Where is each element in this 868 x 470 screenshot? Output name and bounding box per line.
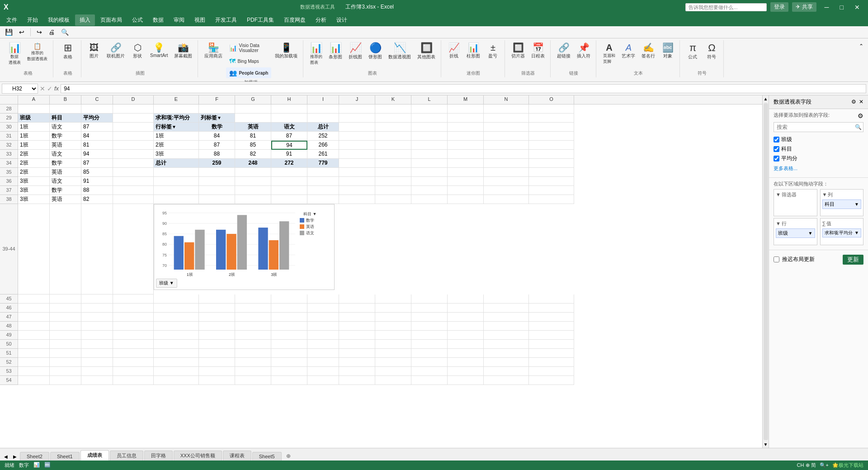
field-class-checkbox[interactable] bbox=[774, 137, 779, 142]
cell-E35[interactable] bbox=[154, 168, 199, 177]
cell-D38[interactable] bbox=[113, 195, 154, 204]
cell-B38[interactable]: 英语 bbox=[50, 195, 81, 204]
sheet-tab-成绩表[interactable]: 成绩表 bbox=[80, 450, 109, 461]
cell-A30[interactable]: 1班 bbox=[18, 123, 50, 132]
more-tables-link[interactable]: 更多表格... bbox=[774, 165, 863, 172]
sheet-tab-田字格[interactable]: 田字格 bbox=[144, 451, 173, 461]
cell-B28[interactable] bbox=[50, 104, 81, 114]
menu-item-视图[interactable]: 视图 bbox=[190, 14, 210, 26]
col-header-D[interactable]: D bbox=[113, 95, 154, 104]
cell-I31[interactable]: 252 bbox=[307, 132, 339, 141]
cell-C34[interactable]: 87 bbox=[81, 159, 113, 168]
cell-I45[interactable] bbox=[307, 294, 339, 304]
line-chart-btn[interactable]: 📈 折线图 bbox=[346, 41, 365, 69]
cell-N35[interactable] bbox=[484, 168, 529, 177]
cell-I48[interactable] bbox=[307, 322, 339, 331]
cell-A33[interactable]: 2班 bbox=[18, 150, 50, 159]
cell-M35[interactable] bbox=[448, 168, 484, 177]
cell-M29[interactable] bbox=[448, 114, 484, 123]
col-header-F[interactable]: F bbox=[199, 95, 235, 104]
update-btn[interactable]: 更新 bbox=[843, 255, 863, 265]
cell-I47[interactable] bbox=[307, 313, 339, 322]
cell-F52[interactable] bbox=[199, 358, 235, 367]
cell-G37[interactable] bbox=[235, 186, 271, 195]
cell-H29[interactable] bbox=[271, 114, 307, 123]
cell-F47[interactable] bbox=[199, 313, 235, 322]
cell-O29[interactable] bbox=[529, 114, 574, 123]
cell-L51[interactable] bbox=[411, 349, 448, 358]
cell-E33[interactable]: 3班 bbox=[154, 150, 199, 159]
cell-E53[interactable] bbox=[154, 367, 199, 376]
cell-H53[interactable] bbox=[271, 367, 307, 376]
formula-input[interactable] bbox=[61, 84, 866, 93]
header-footer-btn[interactable]: A 页眉和页脚 bbox=[600, 41, 618, 69]
cell-F50[interactable] bbox=[199, 340, 235, 349]
cell-M53[interactable] bbox=[448, 367, 484, 376]
cell-N46[interactable] bbox=[484, 304, 529, 313]
winloss-sparkline-btn[interactable]: ± 盈亏 bbox=[484, 41, 502, 69]
panel-settings-icon[interactable]: ⚙ bbox=[851, 99, 856, 105]
cell-I28[interactable] bbox=[307, 104, 339, 114]
cell-E51[interactable] bbox=[154, 349, 199, 358]
cell-L33[interactable] bbox=[411, 150, 448, 159]
cell-E30[interactable]: 行标签 ▼ bbox=[154, 123, 199, 132]
cell-C31[interactable]: 84 bbox=[81, 132, 113, 141]
cell-J34[interactable] bbox=[339, 159, 375, 168]
cell-K46[interactable] bbox=[375, 304, 411, 313]
cell-A51[interactable] bbox=[18, 349, 50, 358]
menu-item-审阅[interactable]: 审阅 bbox=[169, 14, 189, 26]
sheet-nav-right[interactable]: ▶ bbox=[11, 453, 19, 461]
cell-A50[interactable] bbox=[18, 340, 50, 349]
cell-F54[interactable] bbox=[199, 376, 235, 385]
cell-E31[interactable]: 1班 bbox=[154, 132, 199, 141]
cell-I32[interactable]: 266 bbox=[307, 141, 339, 150]
cell-H49[interactable] bbox=[271, 331, 307, 340]
timeline-btn[interactable]: 📅 日程表 bbox=[528, 41, 547, 69]
column-area[interactable]: ▼ 列 科目 ▼ bbox=[820, 189, 864, 216]
cell-M30[interactable] bbox=[448, 123, 484, 132]
redo-btn[interactable]: ↪ bbox=[34, 27, 44, 37]
cell-J31[interactable] bbox=[339, 132, 375, 141]
cell-C37[interactable]: 88 bbox=[81, 186, 113, 195]
cell-B32[interactable]: 英语 bbox=[50, 141, 81, 150]
cell-N49[interactable] bbox=[484, 331, 529, 340]
field-subject-checkbox[interactable] bbox=[774, 146, 779, 152]
cell-F30[interactable]: 数学 bbox=[199, 123, 235, 132]
cell-J47[interactable] bbox=[339, 313, 375, 322]
cell-E32[interactable]: 2班 bbox=[154, 141, 199, 150]
cell-N38[interactable] bbox=[484, 195, 529, 204]
value-item-chevron[interactable]: ▼ bbox=[854, 230, 859, 235]
cell-N45[interactable] bbox=[484, 294, 529, 304]
cell-G28[interactable] bbox=[235, 104, 271, 114]
cell-H48[interactable] bbox=[271, 322, 307, 331]
col-header-E[interactable]: E bbox=[154, 95, 199, 104]
scroll-down-btn[interactable]: ▼ bbox=[763, 441, 769, 448]
menu-item-数据[interactable]: 数据 bbox=[148, 14, 168, 26]
cell-C53[interactable] bbox=[81, 367, 113, 376]
cell-A53[interactable] bbox=[18, 367, 50, 376]
menu-item-我的模板[interactable]: 我的模板 bbox=[43, 14, 74, 26]
cell-I50[interactable] bbox=[307, 340, 339, 349]
cell-H30[interactable]: 语文 bbox=[271, 123, 307, 132]
cell-A48[interactable] bbox=[18, 322, 50, 331]
cell-I54[interactable] bbox=[307, 376, 339, 385]
cell-H50[interactable] bbox=[271, 340, 307, 349]
cell-M49[interactable] bbox=[448, 331, 484, 340]
filter-area[interactable]: ▼ 筛选器 bbox=[774, 189, 817, 216]
cell-D52[interactable] bbox=[113, 358, 154, 367]
cell-L31[interactable] bbox=[411, 132, 448, 141]
recommend-chart-btn[interactable]: 📊 推荐的图表 bbox=[307, 41, 325, 69]
cell-K54[interactable] bbox=[375, 376, 411, 385]
cell-N51[interactable] bbox=[484, 349, 529, 358]
cell-D50[interactable] bbox=[113, 340, 154, 349]
appstore-btn[interactable]: 🏪 应用商店 bbox=[202, 41, 225, 78]
bing-maps-btn[interactable]: 🗺 Bing Maps bbox=[226, 56, 262, 66]
cell-M31[interactable] bbox=[448, 132, 484, 141]
cell-C29[interactable]: 平均分 bbox=[81, 114, 113, 123]
cell-E36[interactable] bbox=[154, 177, 199, 186]
cell-M46[interactable] bbox=[448, 304, 484, 313]
cell-H52[interactable] bbox=[271, 358, 307, 367]
cell-J51[interactable] bbox=[339, 349, 375, 358]
cell-O54[interactable] bbox=[529, 376, 574, 385]
row-item-chevron[interactable]: ▼ bbox=[808, 231, 813, 236]
